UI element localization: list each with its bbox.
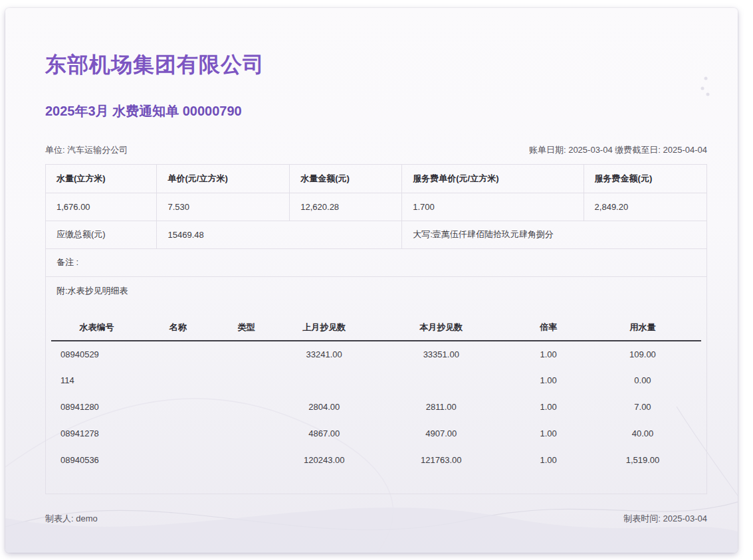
usage: 40.00 — [584, 420, 701, 447]
prev-reading — [278, 367, 370, 394]
meter-name — [142, 447, 214, 474]
summary-header-service-price: 服务费单价(元/立方米) — [402, 165, 584, 193]
summary-header-row: 水量(立方米) 单价(元/立方米) 水量金额(元) 服务费单价(元/立方米) 服… — [46, 165, 706, 193]
curr-reading: 2811.00 — [370, 394, 512, 420]
meter-type — [213, 447, 278, 474]
summary-value-service-amount: 2,849.20 — [584, 193, 706, 221]
meter-type — [213, 420, 278, 447]
summary-header-volume: 水量(立方米) — [46, 165, 157, 193]
summary-header-service-amount: 服务费金额(元) — [584, 165, 706, 193]
detail-header-usage: 用水量 — [584, 316, 701, 341]
attachment-row: 附:水表抄见明细表 — [46, 277, 706, 305]
meter-name — [142, 341, 214, 367]
bill-body-box: 水量(立方米) 单价(元/立方米) 水量金额(元) 服务费单价(元/立方米) 服… — [45, 164, 707, 494]
detail-header-meter-no: 水表编号 — [51, 316, 142, 341]
total-label: 应缴总额(元) — [46, 221, 157, 248]
meter-no: 114 — [51, 367, 142, 394]
prev-reading: 33241.00 — [278, 341, 370, 367]
ratio: 1.00 — [512, 447, 584, 474]
meter-type — [213, 367, 278, 394]
total-value: 15469.48 — [157, 221, 402, 248]
usage: 0.00 — [584, 367, 701, 394]
detail-header-row: 水表编号 名称 类型 上月抄见数 本月抄见数 倍率 用水量 — [51, 316, 701, 341]
summary-header-unit-price: 单价(元/立方米) — [157, 165, 290, 193]
bill-subtitle: 2025年3月 水费通知单 00000790 — [45, 102, 707, 120]
summary-header-amount: 水量金额(元) — [290, 165, 402, 193]
detail-header-type: 类型 — [213, 316, 278, 341]
summary-value-unit-price: 7.530 — [157, 193, 290, 221]
detail-header-name: 名称 — [142, 316, 214, 341]
meter-no: 08940536 — [51, 447, 142, 474]
usage: 7.00 — [584, 394, 701, 420]
attachment-note: 附:水表抄见明细表 — [56, 285, 128, 297]
meter-type — [213, 394, 278, 420]
curr-reading: 4907.00 — [370, 420, 512, 447]
summary-total-row: 应缴总额(元) 15469.48 大写:壹萬伍仟肆佰陆拾玖元肆角捌分 — [46, 221, 706, 248]
meter-name — [142, 367, 214, 394]
ratio: 1.00 — [512, 367, 584, 394]
curr-reading: 121763.00 — [370, 447, 512, 474]
table-row: 08941278 4867.00 4907.00 1.00 40.00 — [51, 420, 701, 447]
unit-label: 单位: 汽车运输分公司 — [45, 144, 128, 156]
curr-reading — [370, 367, 512, 394]
curr-reading: 33351.00 — [370, 341, 512, 367]
prev-reading: 4867.00 — [278, 420, 370, 447]
ratio: 1.00 — [512, 394, 584, 420]
meta-row: 单位: 汽车运输分公司 账单日期: 2025-03-04 缴费截至日: 2025… — [45, 144, 707, 156]
meter-no: 08940529 — [51, 341, 142, 367]
summary-table: 水量(立方米) 单价(元/立方米) 水量金额(元) 服务费单价(元/立方米) 服… — [46, 165, 706, 249]
ratio: 1.00 — [512, 420, 584, 447]
meter-type — [213, 341, 278, 367]
meter-detail-section: 水表编号 名称 类型 上月抄见数 本月抄见数 倍率 用水量 08940529 3… — [46, 305, 706, 494]
prev-reading: 2804.00 — [278, 394, 370, 420]
detail-header-ratio: 倍率 — [512, 316, 584, 341]
creator-label: 制表人: demo — [45, 513, 98, 525]
meter-name — [142, 420, 214, 447]
table-row: 08940536 120243.00 121763.00 1.00 1,519.… — [51, 447, 701, 474]
prev-reading: 120243.00 — [278, 447, 370, 474]
usage: 1,519.00 — [584, 447, 701, 474]
bill-card: 东部机场集团有限公司 2025年3月 水费通知单 00000790 单位: 汽车… — [5, 8, 738, 553]
created-time-label: 制表时间: 2025-03-04 — [623, 513, 707, 525]
summary-value-volume: 1,676.00 — [46, 193, 157, 221]
meter-no: 08941280 — [51, 394, 142, 420]
remark-label: 备注 : — [56, 256, 78, 268]
summary-value-amount: 12,620.28 — [290, 193, 402, 221]
detail-header-curr-reading: 本月抄见数 — [370, 316, 512, 341]
summary-value-service-price: 1.700 — [402, 193, 584, 221]
company-title: 东部机场集团有限公司 — [45, 50, 707, 80]
meter-no: 08941278 — [51, 420, 142, 447]
table-row: 08940529 33241.00 33351.00 1.00 109.00 — [51, 341, 701, 367]
detail-header-prev-reading: 上月抄见数 — [278, 316, 370, 341]
remark-row: 备注 : — [46, 249, 706, 277]
bill-dates: 账单日期: 2025-03-04 缴费截至日: 2025-04-04 — [529, 144, 707, 156]
usage: 109.00 — [584, 341, 701, 367]
footer: 制表人: demo 制表时间: 2025-03-04 — [45, 513, 707, 525]
meter-name — [142, 394, 214, 420]
ratio: 1.00 — [512, 341, 584, 367]
total-amount-in-words: 大写:壹萬伍仟肆佰陆拾玖元肆角捌分 — [402, 221, 706, 248]
table-row: 114 1.00 0.00 — [51, 367, 701, 394]
summary-value-row: 1,676.00 7.530 12,620.28 1.700 2,849.20 — [46, 193, 706, 221]
table-row: 08941280 2804.00 2811.00 1.00 7.00 — [51, 394, 701, 420]
meter-detail-table: 水表编号 名称 类型 上月抄见数 本月抄见数 倍率 用水量 08940529 3… — [51, 316, 701, 474]
